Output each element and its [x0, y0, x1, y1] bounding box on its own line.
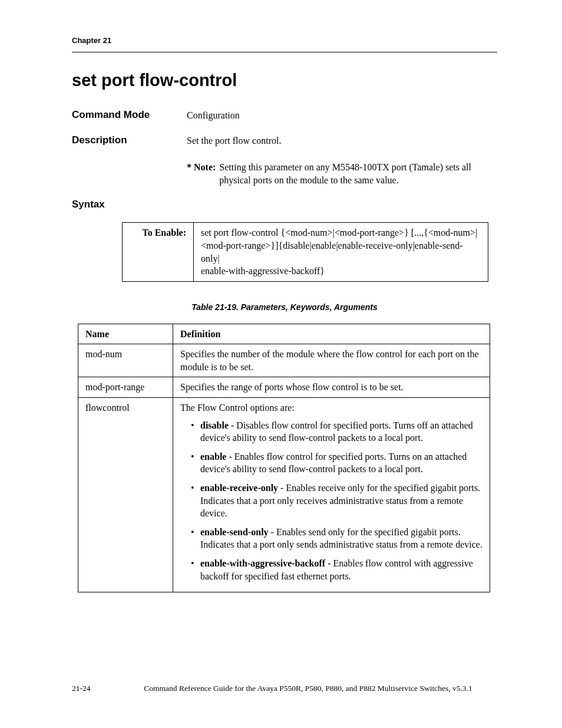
param-def: The Flow Control options are: disable - … [173, 397, 490, 592]
param-name: flowcontrol [78, 397, 173, 592]
table-row: flowcontrol The Flow Control options are… [78, 397, 490, 592]
description-label: Description [72, 134, 187, 187]
param-name: mod-port-range [78, 377, 173, 398]
param-name: mod-num [78, 344, 173, 377]
option-text: - Enables flow control for specified por… [200, 452, 467, 475]
list-item: enable - Enables flow control for specif… [193, 450, 482, 476]
table-row: mod-port-range Specifies the range of po… [78, 377, 490, 398]
col-name-header: Name [78, 324, 173, 344]
option-name: disable [200, 420, 229, 430]
flowcontrol-intro: The Flow Control options are: [180, 401, 482, 414]
table-header-row: Name Definition [78, 324, 490, 344]
option-text: - Disables flow control for specified po… [200, 420, 473, 443]
option-name: enable [200, 452, 226, 462]
param-def: Specifies the range of ports whose flow … [173, 377, 490, 398]
command-mode-label: Command Mode [72, 108, 187, 122]
page-header: Chapter 21 [72, 35, 497, 52]
list-item: enable-receive-only - Enables receive on… [193, 482, 482, 520]
table-caption: Table 21-19. Parameters, Keywords, Argum… [72, 302, 497, 313]
page-title: set port flow-control [72, 69, 497, 92]
list-item: enable-with-aggressive-backoff - Enables… [193, 557, 482, 582]
syntax-heading: Syntax [72, 198, 497, 212]
option-name: enable-receive-only [200, 483, 278, 493]
list-item: disable - Disables flow control for spec… [193, 419, 482, 444]
parameters-table: Name Definition mod-num Specifies the nu… [78, 324, 490, 593]
option-name: enable-with-aggressive-backoff [200, 558, 325, 568]
description-row: Description Set the port flow control. *… [72, 134, 497, 187]
syntax-row-label: To Enable: [123, 223, 194, 281]
command-mode-value: Configuration [187, 108, 497, 122]
description-body: Set the port flow control. * Note: Setti… [187, 134, 497, 187]
table-row: mod-num Specifies the number of the modu… [78, 344, 490, 377]
note-text: Setting this parameter on any M5548-100T… [219, 161, 497, 186]
note-label: * Note: [187, 161, 216, 186]
description-text: Set the port flow control. [187, 134, 497, 147]
note-block: * Note: Setting this parameter on any M5… [187, 161, 497, 186]
syntax-row: To Enable: set port flow-control {<mod-n… [123, 223, 488, 281]
command-mode-row: Command Mode Configuration [72, 108, 497, 122]
chapter-label: Chapter 21 [72, 36, 111, 45]
syntax-table: To Enable: set port flow-control {<mod-n… [122, 222, 488, 281]
syntax-row-text: set port flow-control {<mod-num>|<mod-po… [194, 223, 488, 281]
param-def: Specifies the number of the module where… [173, 344, 490, 377]
option-name: enable-send-only [200, 527, 269, 537]
col-def-header: Definition [173, 324, 490, 344]
flowcontrol-options-list: disable - Disables flow control for spec… [180, 419, 482, 583]
list-item: enable-send-only - Enables send only for… [193, 526, 482, 551]
